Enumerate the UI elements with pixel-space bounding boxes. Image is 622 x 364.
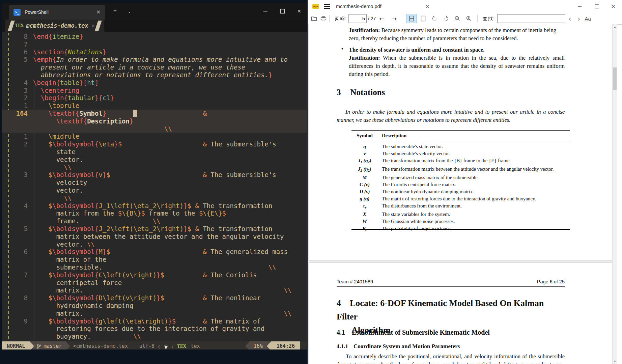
cjk-glyph-cha xyxy=(482,16,487,21)
line-number: 7 xyxy=(10,271,28,279)
page-header: Team # 2401589 Page 6 of 25 xyxy=(337,279,565,284)
table-row: g (η)The matrix of restoring forces due … xyxy=(351,195,570,202)
next-page-button[interactable]: → xyxy=(391,15,397,22)
print-button[interactable] xyxy=(320,16,327,22)
line-number: 4 xyxy=(10,79,28,87)
code-line: vector. \\ xyxy=(2,241,307,248)
statusline-separator xyxy=(66,341,70,349)
file-encoding: utf-8 xyxy=(139,343,154,349)
git-branch-icon xyxy=(37,344,41,349)
minimize-icon xyxy=(263,11,267,11)
zoom-in-button[interactable] xyxy=(464,14,474,23)
tex-file-icon: TEX xyxy=(15,23,23,28)
previous-page-button[interactable]: ← xyxy=(379,15,385,22)
tab-close-icon[interactable]: ✕ xyxy=(96,9,101,15)
notations-intro-italic: In order to make formula and equations m… xyxy=(337,108,565,124)
rotate-left-button[interactable] xyxy=(429,14,440,23)
find-next-button[interactable]: › xyxy=(577,15,581,23)
code-line: 4\begin{table}[ht] xyxy=(2,79,307,87)
terminal-titlebar: >_ PowerShell ✕ + ⌄ ✕ xyxy=(2,3,307,20)
line-number: 5 xyxy=(10,56,28,63)
linux-penguin-icon xyxy=(164,343,168,349)
zoom-out-button[interactable] xyxy=(452,14,462,23)
vim-editor-area[interactable]: 8\end{itemize}76\section{Notations}5\emp… xyxy=(2,32,307,341)
scrollbar-thumb[interactable] xyxy=(613,67,617,90)
page-count: / 27 xyxy=(368,16,376,21)
pdf-close-button[interactable]: ✕ xyxy=(606,2,621,11)
code-line: 3 $\boldsymbol{v}$ & The submersible's xyxy=(2,171,307,179)
code-line: \textbf{Description} xyxy=(2,117,307,125)
page-number-input[interactable] xyxy=(348,14,367,23)
match-case-toggle[interactable]: Aa xyxy=(585,16,591,22)
code-line: 7 $\boldsymbol{C\left(v\right)}$ & The C… xyxy=(2,271,307,279)
pdf-content-area[interactable]: Justification: Because symmetry leads to… xyxy=(308,24,617,364)
terminal-window: >_ PowerShell ✕ + ⌄ ✕ TEX mcmthesis-demo… xyxy=(2,3,307,349)
line-number: 6 xyxy=(10,48,28,56)
code-line: matrix from the $\{B\}$ frame to the $\{… xyxy=(2,209,307,217)
menu-icon[interactable] xyxy=(324,3,330,10)
bullet-marker: • xyxy=(341,46,343,52)
bullet-item: • The density of seawater is uniform and… xyxy=(341,46,565,78)
close-button[interactable]: ✕ xyxy=(291,3,307,20)
table-row: J2 (η2)The transformation matrix between… xyxy=(351,166,570,174)
pdf-tab-bar: PDF mcmthesis-demo.pdf ✕ ✕ xyxy=(308,0,622,13)
buffer-filename: mcmthesis-demo.tex xyxy=(26,22,88,29)
powershell-tab[interactable]: >_ PowerShell ✕ xyxy=(9,5,105,20)
statusline-filename: <cmthesis-demo.tex xyxy=(73,343,128,349)
maximize-icon xyxy=(595,4,599,8)
single-page-view-button[interactable] xyxy=(418,14,428,23)
table-row: vThe submersible's velocity vector. xyxy=(351,150,570,157)
pdf-maximize-button[interactable] xyxy=(590,2,604,11)
pdf-file-icon: PDF xyxy=(312,4,319,9)
table-row: τeThe disturbances from the environment. xyxy=(351,202,570,211)
maximize-button[interactable] xyxy=(274,3,291,20)
line-number: 8 xyxy=(10,33,28,40)
header-rule xyxy=(337,286,565,287)
code-line: 7 xyxy=(2,40,307,48)
table-row: MThe generalized mass matrix of the subm… xyxy=(351,174,570,181)
rotate-right-button[interactable] xyxy=(441,14,451,23)
statusline-fill xyxy=(300,341,307,349)
cjk-glyph-zhao xyxy=(488,16,493,21)
scroll-up-arrow[interactable]: ▲ xyxy=(613,24,617,30)
line-number: 3 xyxy=(10,87,28,94)
code-line: centripetal force xyxy=(2,279,307,287)
tab-dropdown-button[interactable]: ⌄ xyxy=(128,8,131,14)
find-previous-button[interactable]: ‹ xyxy=(568,15,571,23)
open-file-button[interactable] xyxy=(311,16,317,21)
buffer-close-icon[interactable]: × xyxy=(92,23,94,28)
continuous-view-button[interactable] xyxy=(406,14,417,23)
line-number: 1 xyxy=(10,102,28,110)
pdf-minimize-button[interactable] xyxy=(572,2,587,11)
code-line: present our article in a concise manner,… xyxy=(2,63,307,71)
code-line: 2 $\boldsymbol{\eta}$ & The submersible'… xyxy=(2,140,307,148)
code-line: 9 $\boldsymbol{g\left(\eta\right)}$ & Th… xyxy=(2,317,307,325)
notation-table: ηThe submersible's state vector.vThe sub… xyxy=(351,143,570,233)
line-number: 3 xyxy=(10,171,28,179)
vim-tabline: TEX mcmthesis-demo.tex × xyxy=(2,20,307,32)
code-line: vector. xyxy=(2,187,307,194)
find-input[interactable] xyxy=(497,14,565,23)
cjk-glyph-ye xyxy=(334,16,339,21)
git-branch-segment: master xyxy=(34,341,66,349)
new-tab-button[interactable]: + xyxy=(113,7,117,13)
page-number-label: Page 6 of 25 xyxy=(537,279,565,284)
line-number: 6 xyxy=(10,248,28,256)
pdf-tab-close-icon[interactable]: ✕ xyxy=(425,3,430,10)
minimize-button[interactable] xyxy=(257,3,274,20)
close-icon: ✕ xyxy=(611,3,615,10)
code-line: frame. \\ xyxy=(2,217,307,225)
pdf-page-5: Justification: Because symmetry leads to… xyxy=(309,24,615,260)
justification-paragraph: Justification: When the submersible is i… xyxy=(349,54,565,78)
code-line: 164 \textbf{Symbol} & xyxy=(2,110,307,117)
scroll-down-arrow[interactable]: ▼ xyxy=(613,359,617,364)
table-top-rule xyxy=(351,130,570,131)
body-paragraph: To accurately describe the positional, o… xyxy=(337,353,565,364)
line-number: 7 xyxy=(10,40,28,48)
close-icon: ✕ xyxy=(297,8,301,14)
pdf-scrollbar[interactable]: ▲ ▼ xyxy=(612,24,617,364)
section-3-heading: 3Notations xyxy=(337,88,565,97)
table-row: XThe state variables for the system. xyxy=(351,211,570,218)
pdf-page-6: Team # 2401589 Page 6 of 25 4Locate: 6-D… xyxy=(309,263,615,364)
vim-buffer-tab[interactable]: TEX mcmthesis-demo.tex × xyxy=(5,20,104,32)
